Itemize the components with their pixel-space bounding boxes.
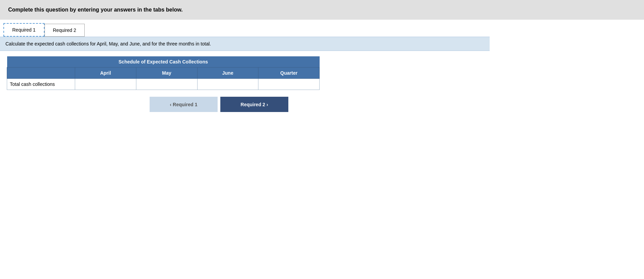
col-header-may: May xyxy=(136,68,197,79)
table-header-row: April May June Quarter xyxy=(7,68,320,79)
input-june[interactable] xyxy=(200,81,256,88)
content-area: Schedule of Expected Cash Collections Ap… xyxy=(0,51,644,117)
tab-required2[interactable]: Required 2 xyxy=(45,24,85,37)
tabs-container: Required 1 Required 2 xyxy=(3,23,644,37)
table-row: Total cash collections xyxy=(7,79,320,90)
prev-button[interactable]: ‹ Required 1 xyxy=(150,97,218,112)
table-title-row: Schedule of Expected Cash Collections xyxy=(7,56,320,68)
tab-required1-label: Required 1 xyxy=(12,27,36,33)
row-label-total-cash: Total cash collections xyxy=(7,79,75,90)
nav-buttons: ‹ Required 1 Required 2 › xyxy=(150,97,641,112)
tab-required1[interactable]: Required 1 xyxy=(3,23,45,37)
next-label: Required 2 xyxy=(241,102,265,107)
tab-required2-label: Required 2 xyxy=(53,27,77,33)
col-header-april: April xyxy=(75,68,136,79)
next-chevron: › xyxy=(265,102,268,107)
table-title: Schedule of Expected Cash Collections xyxy=(7,56,320,68)
col-header-june: June xyxy=(197,68,258,79)
next-button[interactable]: Required 2 › xyxy=(220,97,288,112)
col-header-empty xyxy=(7,68,75,79)
cell-june[interactable] xyxy=(197,79,258,90)
input-quarter[interactable] xyxy=(261,81,317,88)
schedule-table: Schedule of Expected Cash Collections Ap… xyxy=(7,56,320,90)
prev-chevron: ‹ xyxy=(170,102,173,107)
cell-quarter[interactable] xyxy=(258,79,320,90)
cell-april[interactable] xyxy=(75,79,136,90)
input-april[interactable] xyxy=(78,81,133,88)
cell-may[interactable] xyxy=(136,79,197,90)
header-instruction: Complete this question by entering your … xyxy=(8,7,183,13)
description-text: Calculate the expected cash collections … xyxy=(5,41,211,46)
header-banner: Complete this question by entering your … xyxy=(0,0,644,20)
input-may[interactable] xyxy=(139,81,194,88)
col-header-quarter: Quarter xyxy=(258,68,320,79)
prev-label: Required 1 xyxy=(173,102,197,107)
description-bar: Calculate the expected cash collections … xyxy=(0,37,490,51)
